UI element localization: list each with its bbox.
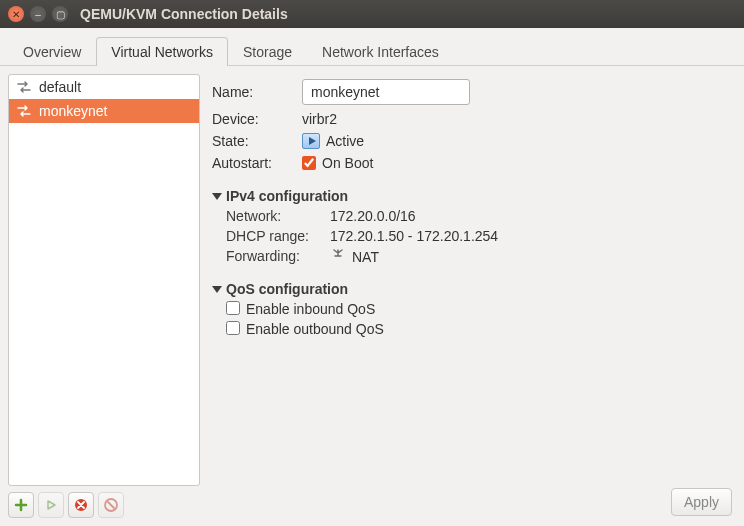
footer: Apply [671, 488, 732, 516]
qos-outbound-checkbox[interactable] [226, 321, 240, 335]
tab-overview[interactable]: Overview [8, 37, 96, 66]
stop-network-button[interactable] [68, 492, 94, 518]
forwarding-label: Forwarding: [226, 248, 324, 265]
chevron-down-icon [212, 193, 222, 200]
name-label: Name: [212, 84, 294, 100]
delete-network-button[interactable] [98, 492, 124, 518]
autostart-text: On Boot [322, 155, 373, 171]
start-network-button[interactable] [38, 492, 64, 518]
device-label: Device: [212, 111, 294, 127]
close-icon[interactable]: ✕ [8, 6, 24, 22]
ipv4-section-header[interactable]: IPv4 configuration [212, 188, 726, 204]
titlebar: ✕ – ▢ QEMU/KVM Connection Details [0, 0, 744, 28]
name-input[interactable] [302, 79, 470, 105]
tab-virtual-networks[interactable]: Virtual Networks [96, 37, 228, 66]
dhcp-range-label: DHCP range: [226, 228, 324, 244]
minimize-icon[interactable]: – [30, 6, 46, 22]
network-bidir-icon [17, 80, 31, 94]
network-bidir-icon [17, 104, 31, 118]
tabs: Overview Virtual Networks Storage Networ… [0, 28, 744, 66]
sidebar: default monkeynet [8, 74, 200, 518]
add-network-button[interactable] [8, 492, 34, 518]
maximize-icon[interactable]: ▢ [52, 6, 68, 22]
ipv4-network-value: 172.20.0.0/16 [330, 208, 416, 224]
network-list: default monkeynet [8, 74, 200, 486]
nat-icon [330, 248, 346, 265]
state-label: State: [212, 133, 294, 149]
tab-storage[interactable]: Storage [228, 37, 307, 66]
tab-network-interfaces[interactable]: Network Interfaces [307, 37, 454, 66]
qos-inbound-label: Enable inbound QoS [246, 301, 375, 317]
chevron-down-icon [212, 286, 222, 293]
qos-outbound-label: Enable outbound QoS [246, 321, 384, 337]
window-title: QEMU/KVM Connection Details [80, 6, 288, 22]
sidebar-item-label: monkeynet [39, 103, 107, 119]
apply-button[interactable]: Apply [671, 488, 732, 516]
sidebar-item-default[interactable]: default [9, 75, 199, 99]
ipv4-network-label: Network: [226, 208, 324, 224]
qos-inbound-checkbox[interactable] [226, 301, 240, 315]
qos-section-header[interactable]: QoS configuration [212, 281, 726, 297]
detail-panel: Name: Device: virbr2 State: Active Autos… [206, 74, 736, 518]
autostart-label: Autostart: [212, 155, 294, 171]
device-value: virbr2 [302, 111, 337, 127]
sidebar-toolbar [8, 486, 200, 518]
dhcp-range-value: 172.20.1.50 - 172.20.1.254 [330, 228, 498, 244]
sidebar-item-label: default [39, 79, 81, 95]
sidebar-item-monkeynet[interactable]: monkeynet [9, 99, 199, 123]
main-content: default monkeynet [0, 66, 744, 526]
state-active-icon [302, 133, 320, 149]
autostart-checkbox[interactable] [302, 156, 316, 170]
forwarding-value: NAT [352, 249, 379, 265]
state-value: Active [326, 133, 364, 149]
